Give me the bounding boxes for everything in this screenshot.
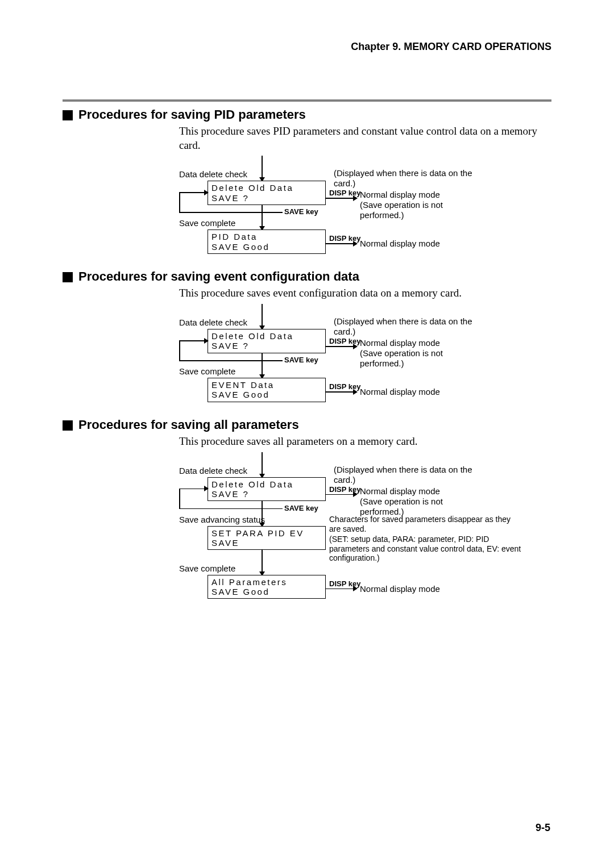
screen-line: PID Data	[211, 232, 322, 241]
label-save-key: SAVE key	[284, 356, 318, 364]
flow-line	[179, 192, 208, 193]
label-chars-note2: (SET: setup data, PARA: parameter, PID: …	[329, 535, 522, 563]
flow-diagram-all: Data delete check Delete Old Data SAVE ?…	[179, 452, 551, 607]
arrow-right-icon	[204, 486, 209, 491]
arrow-right-icon	[353, 241, 358, 247]
arrow-right-icon	[353, 491, 358, 497]
label-save-not-performed: (Save operation is not performed.)	[360, 348, 479, 369]
section-all: Procedures for saving all parameters Thi…	[63, 418, 551, 607]
section-intro: This procedure saves event configuration…	[179, 286, 551, 301]
screen-line: SAVE Good	[211, 390, 322, 399]
screen-box-delete-old: Delete Old Data SAVE ?	[208, 181, 326, 205]
screen-box-delete-old: Delete Old Data SAVE ?	[208, 477, 326, 502]
arrow-right-icon	[353, 344, 358, 349]
label-save-not-performed: (Save operation is not performed.)	[360, 496, 479, 517]
section-heading: Procedures for saving all parameters	[63, 418, 551, 432]
label-normal-mode: Normal display mode	[360, 584, 440, 594]
label-normal-mode: Normal display mode	[360, 387, 440, 397]
label-chars-note: Characters for saved parameters disappea…	[329, 515, 522, 534]
section-heading: Procedures for saving event configuratio…	[63, 269, 551, 284]
flow-line	[179, 192, 180, 212]
flow-line	[326, 494, 354, 495]
flow-line	[179, 340, 208, 341]
flow-line	[326, 243, 354, 244]
label-save-complete: Save complete	[179, 366, 235, 377]
section-event: Procedures for saving event configuratio…	[63, 269, 551, 406]
label-save-complete: Save complete	[179, 564, 235, 574]
section-title: Procedures for saving PID parameters	[78, 107, 306, 122]
label-normal-mode: Normal display mode	[360, 338, 479, 348]
section-intro: This procedure saves all parameters on a…	[179, 435, 551, 449]
label-displayed-when: (Displayed when there is data on the car…	[334, 465, 493, 485]
flow-line	[262, 353, 263, 375]
label-normal-mode: Normal display mode	[360, 239, 440, 249]
chapter-header: Chapter 9. MEMORY CARD OPERATIONS	[63, 41, 551, 53]
section-intro: This procedure saves PID parameters and …	[179, 124, 551, 152]
screen-line: SAVE Good	[211, 587, 322, 596]
label-save-not-performed: (Save operation is not performed.)	[360, 200, 479, 220]
flow-line	[262, 452, 263, 475]
label-save-key: SAVE key	[284, 504, 318, 512]
flow-line	[262, 304, 263, 327]
screen-line: SAVE ?	[211, 341, 322, 350]
flow-line	[179, 489, 180, 509]
square-bullet-icon	[63, 420, 73, 431]
flow-line	[326, 346, 354, 347]
label-displayed-when: (Displayed when there is data on the car…	[334, 316, 493, 337]
square-bullet-icon	[63, 110, 73, 120]
label-save-complete: Save complete	[179, 218, 235, 228]
screen-line: All Parameters	[211, 577, 322, 587]
screen-line: SAVE ?	[211, 193, 322, 203]
screen-box-result: PID Data SAVE Good	[208, 229, 326, 254]
label-save-advancing: Save advancing status	[179, 515, 265, 525]
arrow-right-icon	[353, 389, 358, 395]
screen-line: SAVE	[211, 538, 322, 548]
flow-line	[262, 205, 263, 227]
flow-line	[326, 391, 354, 393]
screen-box-result: EVENT Data SAVE Good	[208, 378, 326, 402]
screen-line: Delete Old Data	[211, 331, 322, 341]
arrow-right-icon	[204, 338, 209, 344]
top-rule	[63, 99, 551, 102]
flow-line	[262, 156, 263, 178]
flow-line	[179, 508, 283, 510]
label-data-delete-check: Data delete check	[179, 169, 247, 180]
flow-line	[262, 550, 263, 573]
section-title: Procedures for saving all parameters	[78, 418, 299, 432]
flow-line	[326, 589, 354, 590]
flow-line	[179, 489, 208, 490]
flow-diagram-event: Data delete check Delete Old Data SAVE ?…	[179, 304, 551, 406]
label-normal-mode: Normal display mode	[360, 190, 479, 200]
screen-line: EVENT Data	[211, 380, 322, 390]
flow-line	[179, 360, 283, 361]
label-data-delete-check: Data delete check	[179, 466, 247, 476]
screen-box-advancing: SET PARA PID EV SAVE	[208, 526, 326, 550]
label-normal-mode: Normal display mode	[360, 486, 479, 496]
flow-diagram-pid: Data delete check Delete Old Data SAVE ?…	[179, 156, 551, 258]
page: Chapter 9. MEMORY CARD OPERATIONS Proced…	[0, 0, 614, 868]
section-title: Procedures for saving event configuratio…	[78, 269, 359, 284]
arrow-right-icon	[204, 190, 209, 195]
screen-line: Delete Old Data	[211, 183, 322, 193]
flow-line	[326, 198, 354, 199]
arrow-right-icon	[353, 586, 358, 591]
flow-line	[179, 212, 283, 213]
label-displayed-when: (Displayed when there is data on the car…	[334, 168, 493, 189]
screen-box-result: All Parameters SAVE Good	[208, 575, 326, 599]
screen-box-delete-old: Delete Old Data SAVE ?	[208, 329, 326, 353]
screen-line: SAVE ?	[211, 489, 322, 499]
screen-line: Delete Old Data	[211, 479, 322, 489]
square-bullet-icon	[63, 272, 73, 282]
section-pid: Procedures for saving PID parameters Thi…	[63, 107, 551, 258]
screen-line: SET PARA PID EV	[211, 528, 322, 538]
page-number: 9-5	[536, 822, 550, 834]
flow-line	[179, 340, 180, 361]
label-data-delete-check: Data delete check	[179, 318, 247, 328]
label-save-key: SAVE key	[284, 207, 318, 216]
screen-line: SAVE Good	[211, 242, 322, 252]
arrow-right-icon	[353, 195, 358, 201]
section-heading: Procedures for saving PID parameters	[63, 107, 551, 122]
